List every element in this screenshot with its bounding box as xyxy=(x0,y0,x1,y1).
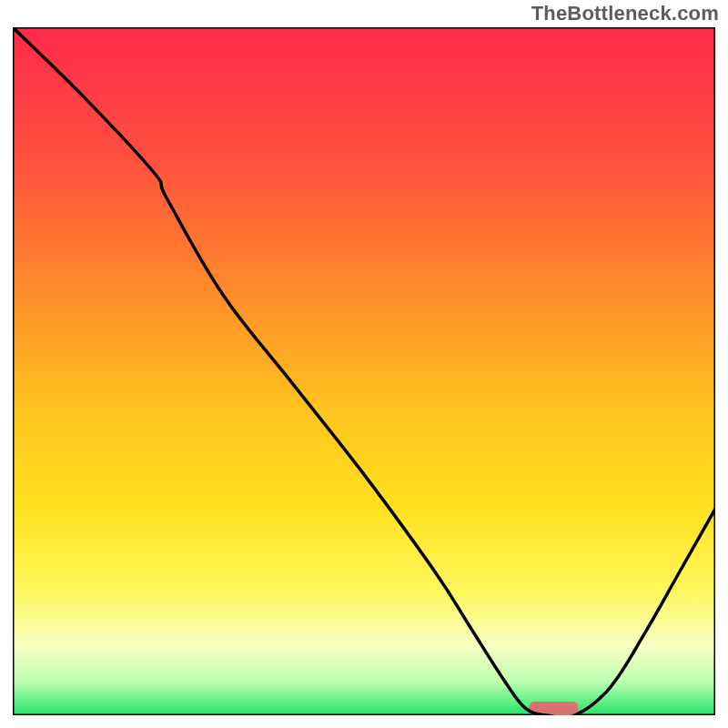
chart-frame: TheBottleneck.com xyxy=(0,0,728,728)
watermark-text: TheBottleneck.com xyxy=(531,2,719,25)
chart-svg xyxy=(13,27,715,715)
plot-area xyxy=(13,27,715,715)
